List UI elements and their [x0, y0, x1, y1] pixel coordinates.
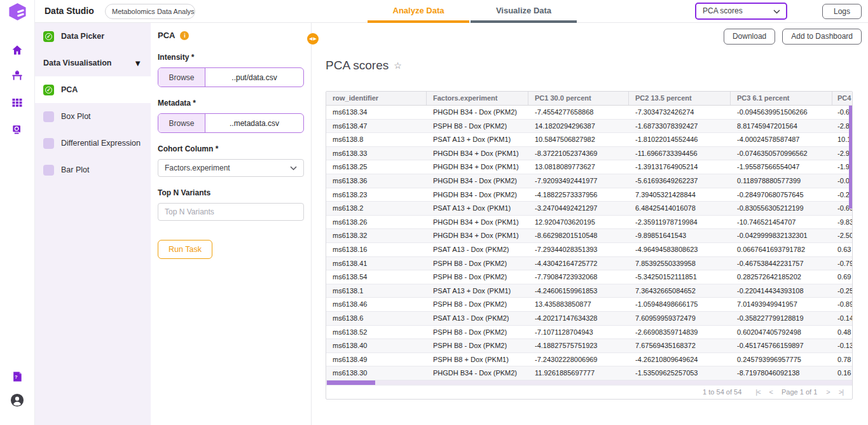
table-cell: ms6138.25	[326, 160, 427, 174]
table-row[interactable]: ms6138.6PSAT A13 - Dox (PKM2)-4.20217147…	[326, 312, 852, 326]
table-row[interactable]: ms6138.16PSAT A13 - Dox (PKM2)-7.2934402…	[326, 243, 852, 257]
table-cell: -7.29344028351393	[528, 243, 629, 256]
next-page-icon[interactable]: >	[826, 388, 829, 396]
results-panel: Download Add to Dashboard PCA scores ☆ r…	[312, 23, 868, 425]
tab-visualize-data[interactable]: Visualize Data	[471, 0, 577, 23]
table-cell: -0.830556305212199	[731, 202, 832, 215]
logs-button[interactable]: Logs	[822, 4, 862, 19]
table-row[interactable]: ms6138.41PSPH B8 - Dox (PKM2)-4.43042164…	[326, 257, 852, 271]
table-cell: 7.01493949941957	[731, 298, 832, 311]
table-cell: ms6138.49	[326, 353, 427, 366]
sidebar-item-differential-expression[interactable]: Differential Expression	[35, 130, 151, 157]
table-row[interactable]: ms6138.26PHGDH B34 + Dox (PKM1)12.920470…	[326, 216, 852, 230]
table-cell: -8.66298201510548	[528, 229, 629, 242]
favorite-star-icon[interactable]: ☆	[394, 60, 402, 71]
column-header-row-identifier[interactable]: row_identifier	[326, 92, 427, 105]
panel-collapse-toggle-icon[interactable]: ◀▶	[307, 33, 319, 45]
last-page-icon[interactable]: >|	[839, 388, 843, 396]
table-cell: -7.92093492441977	[528, 174, 629, 188]
sidebar-item-box-plot[interactable]: Box Plot	[35, 103, 151, 130]
table-row[interactable]: ms6138.46PSPH B8 - Dox (PKM2)13.43588385…	[326, 298, 852, 312]
run-task-button[interactable]: Run Task	[158, 240, 212, 259]
workbench-icon[interactable]	[10, 69, 24, 83]
table-row[interactable]: ms6138.52PSPH B8 - Dox (PKM2)-7.10711287…	[326, 326, 852, 340]
table-cell: -4.18822573337956	[528, 188, 629, 202]
column-header-pc1-30-0-percent[interactable]: PC1 30.0 percent	[528, 92, 629, 105]
table-cell: -7.24302228006969	[528, 353, 629, 366]
user-avatar-icon[interactable]	[10, 393, 24, 407]
column-header-factors-experiment[interactable]: Factors.experiment	[427, 92, 528, 105]
column-header-pc3-6-1-percent[interactable]: PC3 6.1 percent	[731, 92, 832, 105]
table-cell: PSPH B8 - Dox (PKM2)	[427, 120, 528, 133]
table-row[interactable]: ms6138.54PSPH B8 - Dox (PKM2)-7.79084723…	[326, 270, 852, 284]
table-cell: 12.9204703620195	[528, 216, 629, 229]
prev-page-icon[interactable]: <	[769, 388, 773, 396]
triangle-down-icon[interactable]: ▼	[134, 59, 142, 68]
table-cell: ms6138.52	[326, 326, 427, 339]
table-row[interactable]: ms6138.36PHGDH B34 - Dox (PKM2)-7.920934…	[326, 174, 852, 188]
table-row[interactable]: ms6138.32PHGDH B34 + Dox (PKM1)-8.662982…	[326, 229, 852, 243]
table-cell: ms6138.41	[326, 257, 427, 270]
sidebar-item-pca[interactable]: ✓PCA	[35, 76, 151, 103]
table-row[interactable]: ms6138.1PSAT A13 + Dox (PKM1)-4.24606159…	[326, 284, 852, 298]
intensity-file-picker[interactable]: Browse ..put/data.csv	[158, 67, 304, 87]
table-cell: ms6138.6	[326, 312, 427, 325]
table-row[interactable]: ms6138.8PSAT A13 + Dox (PKM1)10.58475068…	[326, 133, 852, 147]
table-cell: PSPH B8 - Dox (PKM2)	[427, 270, 528, 284]
result-selector-dropdown[interactable]: PCA scores	[695, 3, 787, 20]
table-cell: -7.1071128704943	[528, 326, 629, 339]
horizontal-scrollbar-thumb[interactable]	[327, 380, 375, 385]
table-cell: ms6138.1	[326, 284, 427, 298]
table-cell: -4.24606159961853	[528, 284, 629, 298]
cohort-column-select[interactable]: Factors.experiment	[158, 159, 304, 177]
intensity-browse-button[interactable]: Browse	[158, 68, 205, 87]
first-page-icon[interactable]: |<	[755, 388, 760, 396]
page-indicator: Page 1 of 1	[782, 388, 817, 396]
table-row[interactable]: ms6138.2PSAT A13 + Dox (PKM1)-3.24704492…	[326, 202, 852, 216]
sidebar-item-data-visualisation[interactable]: Data Visualisation▼	[35, 50, 151, 76]
table-cell: 7.60959959372479	[629, 312, 731, 325]
table-row[interactable]: ms6138.34PHGDH B34 - Dox (PKM2)-7.455427…	[326, 106, 852, 120]
download-button[interactable]: Download	[724, 29, 775, 45]
table-cell: ms6138.34	[326, 106, 427, 119]
add-to-dashboard-button[interactable]: Add to Dashboard	[782, 29, 862, 45]
intensity-label: Intensity *	[158, 53, 304, 62]
table-row[interactable]: ms6138.23PHGDH B34 - Dox (PKM2)-4.188225…	[326, 188, 852, 202]
table-cell: -1.05948498666175	[629, 298, 731, 311]
metadata-file-picker[interactable]: Browse ..metadata.csv	[158, 113, 304, 133]
table-cell: -1.39131764905214	[629, 160, 731, 174]
table-row[interactable]: ms6138.40PSPH B8 - Dox (PKM2)-4.18827575…	[326, 339, 852, 353]
project-name-input[interactable]: Metabolomics Data Analysis	[105, 4, 195, 19]
table-cell: PHGDH B34 + Dox (PKM1)	[427, 147, 528, 160]
top-n-variants-input[interactable]	[158, 203, 304, 221]
data-explorer-icon[interactable]	[10, 123, 24, 137]
table-cell: PHGDH B34 - Dox (PKM2)	[427, 366, 528, 380]
table-cell: ms6138.32	[326, 229, 427, 242]
table-cell: -0.467538442231757	[731, 257, 832, 270]
table-cell: PHGDH B34 + Dox (PKM1)	[427, 229, 528, 242]
vertical-scrollbar-thumb[interactable]	[849, 106, 852, 209]
help-doc-icon[interactable]: ?	[10, 370, 24, 384]
metadata-browse-button[interactable]: Browse	[158, 114, 205, 132]
table-cell: -1.53509625257053	[629, 366, 731, 380]
column-header-pc4-4[interactable]: PC4 4	[832, 92, 853, 105]
sidebar-item-bar-plot[interactable]: Bar Plot	[35, 157, 151, 183]
sidebar-item-data-picker[interactable]: ✓Data Picker	[35, 23, 151, 50]
home-icon[interactable]	[10, 43, 24, 57]
table-cell: -4.20217147634328	[528, 312, 629, 325]
apps-grid-icon[interactable]	[10, 95, 24, 109]
table-row[interactable]: ms6138.33PHGDH B34 + Dox (PKM1)-8.372210…	[326, 147, 852, 161]
table-row[interactable]: ms6138.47PSPH B8 - Dox (PKM2)14.18202942…	[326, 120, 852, 134]
table-row[interactable]: ms6138.25PHGDH B34 + Dox (PKM1)13.081808…	[326, 160, 852, 174]
column-header-pc2-13-5-percent[interactable]: PC2 13.5 percent	[629, 92, 731, 105]
table-cell: PHGDH B34 - Dox (PKM2)	[427, 106, 528, 119]
info-icon[interactable]: i	[180, 31, 189, 40]
table-row[interactable]: ms6138.49PSPH B8 + Dox (PKM1)-7.24302228…	[326, 353, 852, 367]
app-logo[interactable]	[8, 3, 27, 20]
table-row[interactable]: ms6138.30PHGDH B34 - Dox (PKM2)11.926188…	[326, 366, 852, 380]
table-cell: PHGDH B34 + Dox (PKM1)	[427, 216, 528, 229]
result-selector-value: PCA scores	[703, 6, 743, 15]
tab-analyze-data[interactable]: Analyze Data	[368, 0, 469, 23]
horizontal-scrollbar[interactable]	[326, 380, 852, 385]
vertical-scrollbar[interactable]	[849, 106, 852, 380]
